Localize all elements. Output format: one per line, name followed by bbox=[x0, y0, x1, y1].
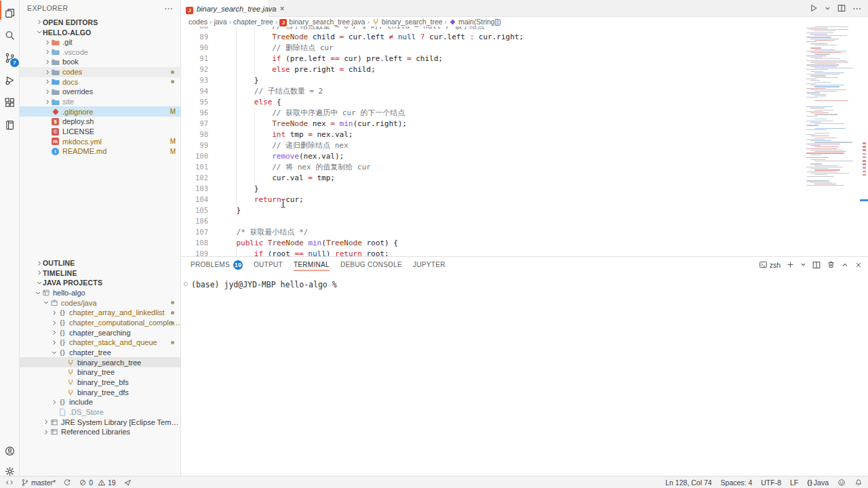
ruler-warning-mark bbox=[863, 149, 866, 151]
editor-more-button[interactable]: ⋯ bbox=[852, 3, 862, 14]
line-number: 108 bbox=[181, 239, 208, 247]
item-label: chapter_tree bbox=[69, 348, 111, 357]
explorer-item-site[interactable]: site bbox=[20, 97, 181, 107]
jp-item-chapter_searching[interactable]: { }chapter_searching bbox=[20, 327, 181, 338]
jp-item-chapter_computational_complexity[interactable]: { }chapter_computational_complexity bbox=[20, 318, 181, 328]
section-java-projects[interactable]: JAVA PROJECTS bbox=[20, 278, 181, 288]
ruler-warning-mark bbox=[863, 146, 866, 148]
jp-item-chapter_stack_and_queue[interactable]: { }chapter_stack_and_queue bbox=[20, 338, 181, 348]
status-java-status[interactable] bbox=[123, 479, 132, 487]
explorer-item--git[interactable]: .git bbox=[20, 37, 181, 47]
panel-tab-jupyter[interactable]: JUPYTER bbox=[413, 257, 446, 272]
jp-item--DS_Store[interactable]: .DS_Store bbox=[20, 407, 181, 418]
activity-search[interactable] bbox=[0, 25, 20, 45]
panel-tab-terminal[interactable]: TERMINAL bbox=[294, 257, 330, 272]
item-label: overrides bbox=[62, 87, 93, 96]
split-editor-button[interactable] bbox=[837, 3, 846, 13]
tab-close-icon[interactable]: × bbox=[279, 5, 284, 13]
explorer-item-deploy-sh[interactable]: $deploy.sh bbox=[20, 117, 181, 127]
chevron-down-icon bbox=[36, 279, 43, 287]
explorer-item-overrides[interactable]: overrides bbox=[20, 87, 181, 97]
tab-binary-search-tree[interactable]: J binary_search_tree.java × bbox=[181, 0, 269, 17]
run-button[interactable] bbox=[809, 3, 818, 13]
jp-item-binary_search_tree[interactable]: binary_search_tree bbox=[20, 357, 181, 367]
status-feedback[interactable] bbox=[837, 479, 846, 487]
terminal-dropdown[interactable] bbox=[800, 262, 806, 268]
explorer-item-mkdocs-yml[interactable]: mmkdocs.ymlM bbox=[20, 136, 181, 146]
status-indentation[interactable]: Spaces: 4 bbox=[721, 479, 753, 487]
section-outline[interactable]: OUTLINE bbox=[20, 258, 181, 268]
terminal-content[interactable]: (base) jyd@JYD-MBP hello-algo % bbox=[181, 274, 868, 476]
explorer-item-docs[interactable]: docs bbox=[20, 77, 181, 87]
status-sync[interactable] bbox=[63, 479, 71, 487]
activity-account[interactable] bbox=[0, 441, 20, 461]
explorer-item--vscode[interactable]: .vscode bbox=[20, 47, 181, 57]
run-dropdown[interactable] bbox=[825, 5, 831, 12]
jp-item-include[interactable]: { }include bbox=[20, 397, 181, 407]
panel-tab-debug-console[interactable]: DEBUG CONSOLE bbox=[340, 257, 402, 272]
braces-icon: { } bbox=[807, 479, 812, 486]
status-language[interactable]: { }Java bbox=[807, 479, 829, 487]
explorer-item-book[interactable]: book bbox=[20, 57, 181, 67]
minimap-line bbox=[814, 110, 833, 110]
panel-tab-output[interactable]: OUTPUT bbox=[254, 257, 283, 272]
activity-explorer[interactable] bbox=[0, 3, 20, 23]
code-editor[interactable]: 88// 当子结点数量 = 0 / 1 时, child = null / 该子… bbox=[181, 0, 804, 256]
jp-item-Referenced-Libraries[interactable]: Referenced Libraries bbox=[20, 427, 181, 437]
indent-guide bbox=[236, 172, 237, 183]
panel-tab-problems[interactable]: PROBLEMS19 bbox=[191, 257, 243, 272]
breadcrumb-item-0[interactable]: codes bbox=[189, 18, 208, 26]
item-label: LICENSE bbox=[62, 127, 94, 136]
minimap[interactable] bbox=[804, 0, 861, 256]
breadcrumb-item-2[interactable]: chapter_tree bbox=[233, 18, 273, 26]
breadcrumb-item-1[interactable]: java bbox=[214, 18, 226, 26]
jp-item-codes-java[interactable]: codes/java bbox=[20, 298, 181, 308]
minimap-line bbox=[810, 34, 827, 35]
status-problems[interactable]: 019 bbox=[79, 479, 116, 487]
activity-run-debug[interactable] bbox=[0, 70, 20, 90]
status-encoding[interactable]: UTF-8 bbox=[761, 479, 781, 487]
breadcrumb-item-5[interactable]: main(String[]) bbox=[449, 18, 501, 26]
breadcrumb-label: binary_search_tree.java bbox=[289, 18, 365, 26]
jp-item-JRE-System-Library-Eclipse-Temurin-17-17[interactable]: JRE System Library [Eclipse Temurin 17 [… bbox=[20, 417, 181, 427]
status-branch[interactable]: master* bbox=[21, 479, 56, 487]
split-terminal-button[interactable] bbox=[812, 260, 821, 270]
new-terminal-button[interactable] bbox=[786, 260, 795, 269]
kill-terminal-button[interactable] bbox=[827, 260, 835, 269]
explorer-item-codes[interactable]: codes bbox=[20, 67, 181, 77]
jp-item-binary_tree_bfs[interactable]: binary_tree_bfs bbox=[20, 378, 181, 388]
ruler-warning-mark bbox=[863, 171, 866, 173]
explorer-more-button[interactable]: ⋯ bbox=[164, 3, 174, 14]
indent-guide bbox=[236, 150, 237, 161]
maximize-panel-button[interactable] bbox=[841, 261, 849, 269]
activity-notebook[interactable] bbox=[0, 115, 20, 135]
explorer-item--gitignore[interactable]: .gitignoreM bbox=[20, 106, 181, 117]
close-panel-button[interactable] bbox=[854, 261, 863, 269]
status-remote[interactable] bbox=[5, 479, 14, 487]
activity-source-control[interactable]: 7 bbox=[0, 47, 20, 68]
explorer-item-LICENSE[interactable]: ©LICENSE bbox=[20, 127, 181, 137]
status-notifications[interactable] bbox=[854, 479, 863, 487]
section-timeline[interactable]: TIMELINE bbox=[20, 268, 181, 278]
jp-item-chapter_array_and_linkedlist[interactable]: { }chapter_array_and_linkedlist bbox=[20, 308, 181, 318]
jp-item-hello-algo[interactable]: hello-algo bbox=[20, 288, 181, 298]
code-line: 92else pre.right = child; bbox=[181, 64, 804, 75]
line-number: 94 bbox=[181, 87, 208, 95]
chevron-right-icon bbox=[44, 88, 51, 96]
breadcrumb-item-4[interactable]: binary_search_tree bbox=[372, 18, 443, 26]
section-open-editors[interactable]: OPEN EDITORS bbox=[20, 17, 181, 27]
panel-tab-label: DEBUG CONSOLE bbox=[340, 261, 402, 268]
jp-item-binary_tree_dfs[interactable]: binary_tree_dfs bbox=[20, 387, 181, 397]
jp-item-chapter_tree[interactable]: { }chapter_tree bbox=[20, 348, 181, 358]
section-hello-algo[interactable]: HELLO-ALGO bbox=[20, 27, 181, 37]
jp-item-binary_tree[interactable]: binary_tree bbox=[20, 367, 181, 378]
status-cursor-position[interactable]: Ln 128, Col 74 bbox=[665, 479, 711, 487]
explorer-item-README-md[interactable]: iREADME.mdM bbox=[20, 146, 181, 157]
breadcrumb-item-3[interactable]: Jbinary_search_tree.java bbox=[279, 18, 365, 26]
activity-extensions[interactable] bbox=[0, 92, 20, 113]
shell-selector[interactable]: zsh bbox=[759, 260, 781, 269]
minimap-line bbox=[806, 185, 844, 186]
item-label: Referenced Libraries bbox=[61, 428, 130, 436]
status-eol[interactable]: LF bbox=[790, 479, 798, 487]
item-label: chapter_array_and_linkedlist bbox=[69, 308, 165, 317]
